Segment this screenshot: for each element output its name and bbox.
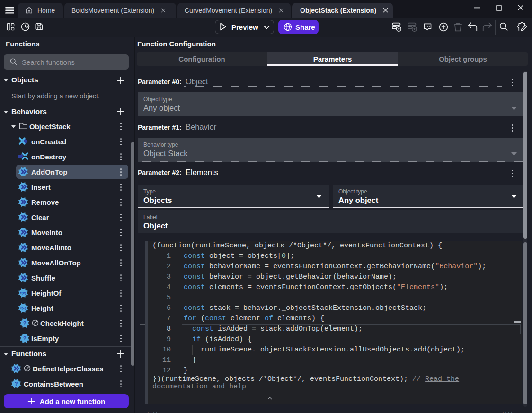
svg-text:?: ? (15, 381, 18, 387)
svg-text:f(x): f(x) (20, 291, 27, 295)
svg-text:f(x): f(x) (20, 306, 27, 310)
svg-text:?: ? (23, 335, 27, 341)
svg-text:?: ? (23, 320, 27, 326)
